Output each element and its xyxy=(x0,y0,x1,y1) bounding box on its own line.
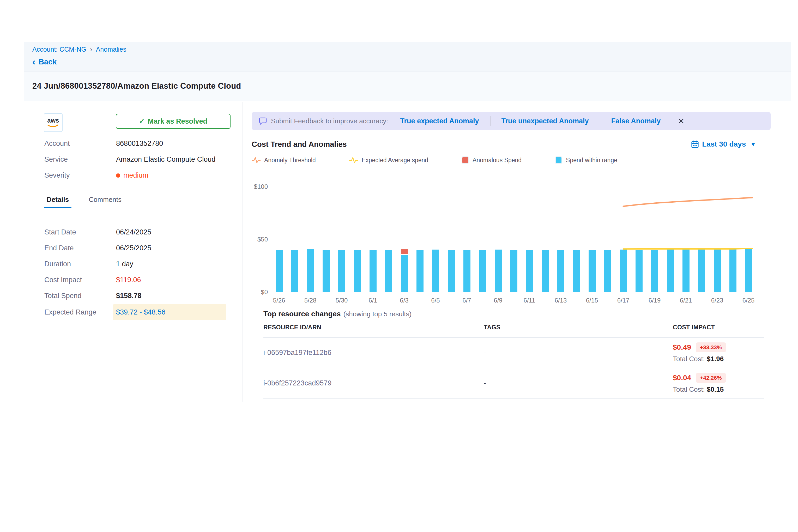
field-label: Duration xyxy=(44,260,116,268)
x-axis-label: 6/5 xyxy=(424,297,447,304)
vertical-divider xyxy=(243,102,243,402)
total-cost-line: Total Cost: $1.96 xyxy=(673,355,764,363)
date-range-label: Last 30 days xyxy=(702,140,746,148)
tags-cell: - xyxy=(484,379,673,387)
legend-item-anomalous-spend[interactable]: Anomalous Spend xyxy=(461,156,521,164)
legend-item-expected-average-spend[interactable]: Expected Average spend xyxy=(349,156,428,164)
field-row-service: ServiceAmazon Elastic Compute Cloud xyxy=(44,152,232,167)
resources-heading-sub: (showing top 5 results) xyxy=(343,310,412,318)
field-label: Cost Impact xyxy=(44,276,116,284)
anomaly-side-panel: aws ✓ Mark as Resolved Account8680013527… xyxy=(24,102,243,402)
top-resources-table: RESOURCE ID/ARNTAGSCOST IMPACT i-06597ba… xyxy=(263,324,764,399)
breadcrumb-account-link[interactable]: Account: CCM-NG xyxy=(32,46,86,53)
field-value: $119.06 xyxy=(116,276,141,284)
aws-logo: aws xyxy=(46,116,60,129)
details-list: Start Date06/24/2025End Date06/25/2025Du… xyxy=(44,224,232,321)
anomaly-details-page: Account: CCM-NG › Anomalies ‹ Back 24 Ju… xyxy=(0,0,798,532)
tab-comments[interactable]: Comments xyxy=(86,193,124,208)
x-axis-label: 6/9 xyxy=(486,297,510,304)
breadcrumb-chevron-icon: › xyxy=(90,45,92,54)
mark-as-resolved-button[interactable]: ✓ Mark as Resolved xyxy=(116,114,230,129)
tags-value: - xyxy=(484,349,486,357)
field-value: 06/25/2025 xyxy=(116,244,151,252)
total-cost-value: $1.96 xyxy=(707,355,724,363)
back-button[interactable]: ‹ Back xyxy=(32,58,783,66)
field-row-end-date: End Date06/25/2025 xyxy=(44,240,232,256)
field-row-account: Account868001352780 xyxy=(44,136,232,152)
summary-list: Account868001352780ServiceAmazon Elastic… xyxy=(44,136,232,183)
field-value: 06/24/2025 xyxy=(116,228,151,236)
legend-label: Expected Average spend xyxy=(362,157,428,164)
field-label: Start Date xyxy=(44,228,116,236)
field-row-start-date: Start Date06/24/2025 xyxy=(44,224,232,240)
x-axis-label: 5/28 xyxy=(299,297,322,304)
x-axis-line xyxy=(270,292,761,292)
side-panel-tabs: DetailsComments xyxy=(44,193,232,208)
check-icon: ✓ xyxy=(139,117,145,126)
legend-item-anomaly-threshold[interactable]: Anomaly Threshold xyxy=(252,156,316,164)
feedback-option-true-expected-anomaly[interactable]: True expected Anomaly xyxy=(400,117,479,125)
chart-lines xyxy=(271,172,756,292)
field-value: $158.78 xyxy=(116,292,141,300)
cost-impact-cell: $0.04+42.26%Total Cost: $0.15 xyxy=(673,373,764,394)
cost-impact-line: $0.04+42.26% xyxy=(673,373,764,383)
table-row: i-0b6f257223cad9579-$0.04+42.26%Total Co… xyxy=(263,368,764,399)
resources-heading: Top resource changes(showing top 5 resul… xyxy=(263,310,412,318)
x-axis-label: 6/23 xyxy=(705,297,729,304)
column-header-tags: TAGS xyxy=(484,324,673,331)
x-axis-label: 6/25 xyxy=(737,297,760,304)
page-title: 24 Jun/868001352780/Amazon Elastic Compu… xyxy=(32,81,241,91)
speech-bubble-icon xyxy=(259,117,267,126)
cost-impact-cell: $0.49+33.33%Total Cost: $1.96 xyxy=(673,342,764,363)
field-value: Amazon Elastic Compute Cloud xyxy=(116,155,215,164)
table-header-row: RESOURCE ID/ARNTAGSCOST IMPACT xyxy=(263,324,764,338)
legend-label: Anomaly Threshold xyxy=(264,157,316,164)
x-axis-label: 6/21 xyxy=(674,297,698,304)
close-icon[interactable]: ✕ xyxy=(678,117,684,126)
column-header-resource-id-arn: RESOURCE ID/ARN xyxy=(263,324,484,331)
legend-item-spend-within-range[interactable]: Spend within range xyxy=(555,156,617,164)
total-cost-line: Total Cost: $0.15 xyxy=(673,385,764,394)
chart-title: Cost Trend and Anomalies xyxy=(252,140,347,149)
tags-cell: - xyxy=(484,349,673,357)
chart-legend: Anomaly ThresholdExpected Average spendA… xyxy=(252,155,651,165)
breadcrumb-anomalies-link[interactable]: Anomalies xyxy=(96,46,127,53)
pulse-line-icon xyxy=(252,156,261,164)
cost-impact-line: $0.49+33.33% xyxy=(673,342,764,352)
field-label: Total Spend xyxy=(44,292,116,300)
breadcrumb: Account: CCM-NG › Anomalies xyxy=(32,45,783,54)
field-row-expected-range: Expected Range$39.72 - $48.56 xyxy=(44,304,232,321)
chart-header: Cost Trend and Anomalies Last 30 days ▼ xyxy=(252,138,756,151)
x-axis-label: 6/3 xyxy=(393,297,416,304)
cost-impact-value: $0.04 xyxy=(673,374,691,382)
tab-details[interactable]: Details xyxy=(44,193,72,208)
feedback-option-true-unexpected-anomaly[interactable]: True unexpected Anomaly xyxy=(501,117,589,125)
field-label: End Date xyxy=(44,244,116,252)
breadcrumb-band: Account: CCM-NG › Anomalies ‹ Back xyxy=(24,42,791,72)
resolve-button-label: Mark as Resolved xyxy=(148,117,207,126)
resource-id: i-0b6f257223cad9579 xyxy=(263,379,331,387)
column-header-cost-impact: COST IMPACT xyxy=(673,324,764,331)
x-axis-label: 6/1 xyxy=(361,297,385,304)
severity-badge: medium xyxy=(116,171,148,179)
date-range-selector[interactable]: Last 30 days ▼ xyxy=(691,140,756,148)
x-axis-label: 6/11 xyxy=(518,297,541,304)
field-label: Account xyxy=(44,139,116,148)
resource-id-cell: i-06597ba197fe112b6 xyxy=(263,349,484,357)
field-value: $39.72 - $48.56 xyxy=(116,308,165,316)
line-expected-average-spend xyxy=(623,249,752,249)
field-label: Expected Range xyxy=(44,308,116,316)
feedback-divider xyxy=(490,116,491,126)
change-percent-badge: +33.33% xyxy=(696,342,726,352)
page-header: Account: CCM-NG › Anomalies ‹ Back 24 Ju… xyxy=(24,42,791,101)
resource-id-cell: i-0b6f257223cad9579 xyxy=(263,379,484,387)
x-axis-label: 6/15 xyxy=(580,297,604,304)
caret-down-icon: ▼ xyxy=(750,140,756,148)
back-chevron-icon: ‹ xyxy=(32,58,36,66)
field-row-severity: Severitymedium xyxy=(44,167,232,183)
severity-dot-icon xyxy=(116,173,120,177)
feedback-option-false-anomaly[interactable]: False Anomaly xyxy=(611,117,661,125)
calendar-icon xyxy=(691,140,699,148)
y-axis-label: $0 xyxy=(252,288,268,296)
pulse-line-icon xyxy=(349,156,358,164)
